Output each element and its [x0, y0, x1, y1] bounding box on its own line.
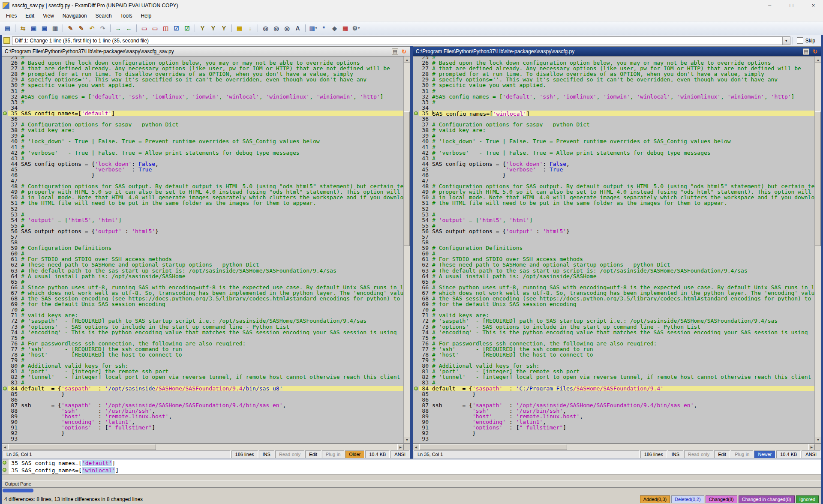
line-number: 64	[8, 273, 21, 279]
open-compare-icon[interactable]: ⇆	[18, 23, 28, 33]
code-line: 68# the SAS session encoding (see https:…	[413, 296, 814, 301]
code-line: 37# Configuration options for saspy - py…	[2, 122, 403, 127]
recompare-icon[interactable]: *	[319, 23, 329, 33]
sessions-icon[interactable]: ▤	[3, 23, 12, 33]
plugins-icon[interactable]: ◆	[330, 23, 339, 33]
color-scheme-icon[interactable]: ▦	[340, 23, 350, 33]
scroll-up-icon[interactable]: ▲	[815, 57, 821, 63]
menu-item-view[interactable]: View	[39, 11, 58, 21]
current-diff-block-icon[interactable]: ▦	[234, 23, 244, 33]
current-diff-dropdown[interactable]: Diff 1: Change 1 line (35, first file) t…	[12, 36, 790, 45]
reload-file-icon[interactable]: ↻	[401, 48, 407, 55]
scrollbar-track[interactable]	[815, 63, 821, 437]
diff-icon	[3, 37, 10, 44]
code-area-left[interactable]: 25#26# Based upon the lock_down configur…	[2, 57, 403, 443]
diff-summary: 4 differences: 8 lines, 13 inline differ…	[4, 496, 638, 502]
scrollbar-thumb[interactable]	[815, 111, 821, 246]
skip-checkbox-icon[interactable]	[797, 37, 803, 44]
minimize-button[interactable]: –	[760, 0, 779, 11]
find-in-files-icon[interactable]: ◎	[282, 23, 292, 33]
code-line: 66# Since python uses utf-8, running SAS…	[2, 285, 403, 290]
scroll-left-icon[interactable]: ◀	[2, 444, 8, 450]
output-pane-header[interactable]: Output Pane	[2, 480, 821, 488]
chevron-down-icon[interactable]: ▾	[315, 26, 317, 30]
code-area-right[interactable]: 25#26# Based upon the lock_down configur…	[413, 57, 814, 443]
find-icon[interactable]: ◎	[261, 23, 270, 33]
show-diffs-only-icon[interactable]: ☑	[182, 23, 192, 33]
scrollbar-track[interactable]	[8, 444, 397, 450]
gutter	[413, 369, 419, 374]
diff-detail-pane[interactable]: 35SAS_config_names=['default']35SAS_conf…	[2, 459, 821, 474]
show-first-pane-icon[interactable]: ▭	[139, 23, 149, 33]
scrollbar-track[interactable]	[419, 444, 808, 450]
scrollbar-thumb[interactable]	[8, 444, 156, 450]
reload-file-icon[interactable]: ↻	[812, 48, 818, 55]
code-line: 35SAS_config_names=['winlocal']	[413, 111, 814, 116]
next-change-icon[interactable]: →	[113, 23, 123, 33]
chevron-down-icon[interactable]: ▾	[358, 26, 360, 30]
line-filter-icon[interactable]: Y	[208, 23, 218, 33]
maximize-button[interactable]: □	[782, 0, 801, 11]
vertical-scrollbar-right[interactable]: ▲ ▼	[814, 57, 821, 443]
scroll-right-icon[interactable]: ▶	[397, 444, 404, 450]
goto-line-icon[interactable]: ↓	[245, 23, 255, 33]
scroll-left-icon[interactable]: ◀	[413, 444, 419, 450]
scroll-down-icon[interactable]: ▼	[404, 437, 410, 443]
save-second-icon[interactable]: ▣	[39, 23, 49, 33]
close-button[interactable]: ×	[804, 0, 823, 11]
code-text	[432, 240, 814, 245]
settings-gear-icon[interactable]: ⚙▾	[351, 23, 361, 33]
detail-row[interactable]: 35SAS_config_names=['winlocal']	[2, 467, 821, 474]
scroll-right-icon[interactable]: ▶	[808, 444, 815, 450]
scrollbar-thumb[interactable]	[419, 444, 567, 450]
sync-scroll-icon[interactable]: ☑	[171, 23, 181, 33]
layout-icon[interactable]: ▥▾	[308, 23, 318, 33]
save-first-icon[interactable]: ▣	[29, 23, 39, 33]
gutter	[2, 436, 8, 441]
file-path-header-right[interactable]: C:\Program Files\Python\Python37\Lib\sit…	[413, 46, 821, 57]
detail-row[interactable]: 35SAS_config_names=['default']	[2, 459, 821, 467]
redo-icon[interactable]: ↷	[98, 23, 108, 33]
gutter	[413, 138, 419, 144]
print-icon[interactable]: ▤	[803, 48, 809, 55]
show-second-pane-icon[interactable]: ▭	[150, 23, 160, 33]
vertical-scrollbar-left[interactable]: ▲ ▼	[403, 57, 410, 443]
output-scroll-thumb[interactable]	[3, 489, 33, 492]
prev-change-icon[interactable]: ←	[124, 23, 134, 33]
gutter	[2, 402, 8, 408]
menu-item-navigation[interactable]: Navigation	[58, 11, 91, 21]
line-number: 65	[8, 279, 21, 285]
menu-item-search[interactable]: Search	[91, 11, 116, 21]
output-splitter[interactable]	[2, 474, 821, 480]
code-line: 80# Additional valid keys for ssh:	[413, 363, 814, 369]
print-icon[interactable]: ▤	[392, 48, 398, 55]
options-filter-icon[interactable]: Y	[219, 23, 229, 33]
menu-item-help[interactable]: Help	[137, 11, 156, 21]
scroll-down-icon[interactable]: ▼	[815, 437, 821, 443]
scrollbar-thumb[interactable]	[404, 111, 410, 246]
menu-item-files[interactable]: Files	[2, 11, 21, 21]
scroll-up-icon[interactable]: ▲	[404, 57, 410, 63]
show-split-panes-icon[interactable]: ◫	[161, 23, 171, 33]
undo-icon[interactable]: ↶	[87, 23, 97, 33]
filter-icon[interactable]: Y	[198, 23, 207, 33]
code-line: 68# the SAS session encoding (see https:…	[2, 296, 403, 301]
chevron-down-icon[interactable]: ▾	[782, 37, 790, 45]
horizontal-scrollbar-left[interactable]: ◀ ▶	[2, 444, 410, 450]
menu-item-edit[interactable]: Edit	[21, 11, 39, 21]
code-text: #	[21, 223, 403, 228]
scrollbar-track[interactable]	[404, 63, 410, 437]
gutter	[413, 99, 419, 105]
font-options-icon[interactable]: A	[293, 23, 303, 33]
find-next-icon[interactable]: ◎	[271, 23, 281, 33]
status-file-size: 10.4 KB	[365, 450, 390, 458]
print-icon[interactable]: ▥	[50, 23, 60, 33]
horizontal-scrollbar-right[interactable]: ◀ ▶	[413, 444, 821, 450]
status-plugin: Plug-in	[731, 450, 753, 458]
edit-second-file-icon[interactable]: ✎	[76, 23, 86, 33]
file-path-header-left[interactable]: C:\Program Files\Python\Python37\Lib\sit…	[2, 46, 410, 57]
code-line: 64# A usual install path is: /opt/sasins…	[2, 273, 403, 279]
edit-first-file-icon[interactable]: ✎	[66, 23, 75, 33]
skip-control[interactable]: Skip	[795, 37, 820, 44]
menu-item-tools[interactable]: Tools	[116, 11, 137, 21]
